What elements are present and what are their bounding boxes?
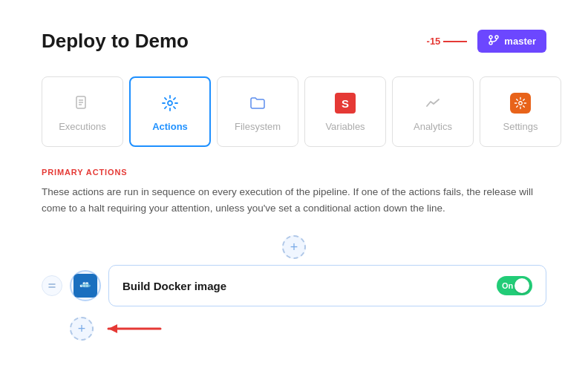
add-action-top-button[interactable]: + (282, 235, 306, 259)
action-card[interactable]: Build Docker image On (108, 265, 546, 306)
add-icon-top: + (290, 240, 298, 255)
settings-icon (509, 91, 532, 115)
drag-handle[interactable] (42, 275, 62, 296)
executions-icon (71, 91, 94, 115)
docker-icon (74, 274, 97, 298)
branch-badge[interactable]: master (477, 30, 546, 53)
commit-count: -15 (427, 36, 468, 47)
actions-area: + (42, 232, 546, 344)
svg-marker-18 (108, 324, 117, 333)
tab-filesystem-label: Filesystem (235, 121, 281, 132)
filesystem-icon (246, 91, 270, 115)
actions-icon (158, 91, 182, 115)
tab-settings[interactable]: Settings (480, 76, 561, 147)
header: Deploy to Demo -15 master (42, 30, 546, 53)
tab-actions-label: Actions (152, 121, 188, 132)
tab-analytics[interactable]: Analytics (392, 76, 474, 147)
svg-point-0 (489, 36, 492, 39)
toggle-track[interactable]: On (497, 276, 532, 295)
tabs-container: Executions Actions Filesystem S (42, 76, 546, 147)
action-icon-wrapper (70, 270, 101, 301)
tab-variables[interactable]: S Variables (304, 76, 386, 147)
action-card-left: Build Docker image (122, 280, 226, 292)
tab-executions-label: Executions (59, 121, 106, 132)
tab-actions[interactable]: Actions (129, 76, 211, 147)
tab-settings-label: Settings (503, 121, 538, 132)
tab-executions[interactable]: Executions (42, 76, 123, 147)
section-description: These actions are run in sequence on eve… (42, 184, 546, 216)
add-action-bottom-button[interactable]: + (70, 317, 94, 341)
toggle-knob (514, 278, 529, 293)
svg-point-1 (495, 36, 498, 39)
action-name: Build Docker image (122, 280, 226, 292)
analytics-icon (421, 91, 445, 115)
page-title: Deploy to Demo (42, 30, 189, 53)
commit-number: -15 (427, 36, 441, 47)
action-row: Build Docker image On (42, 265, 546, 306)
arrow-row: + (70, 314, 168, 344)
svg-point-8 (519, 102, 523, 105)
tab-variables-label: Variables (325, 121, 365, 132)
variables-icon: S (333, 91, 357, 115)
svg-point-7 (168, 101, 172, 105)
add-icon-bottom: + (78, 321, 86, 337)
primary-actions-section: PRIMARY ACTIONS These actions are run in… (42, 168, 546, 344)
tab-filesystem[interactable]: Filesystem (217, 76, 298, 147)
toggle-label: On (502, 281, 513, 290)
toggle-container[interactable]: On (497, 276, 532, 295)
branch-name: master (504, 36, 536, 47)
page-container: Deploy to Demo -15 master (0, 0, 588, 371)
commit-line (443, 41, 467, 42)
tab-analytics-label: Analytics (414, 121, 452, 132)
section-label: PRIMARY ACTIONS (42, 168, 546, 177)
branch-icon (488, 34, 500, 48)
header-right: -15 master (427, 30, 546, 53)
arrow-icon (101, 321, 168, 337)
